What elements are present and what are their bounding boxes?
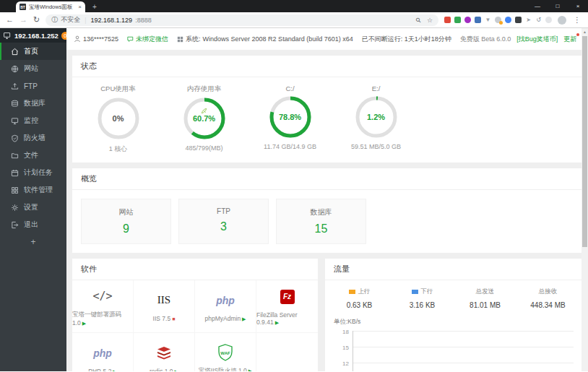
page-scrollbar[interactable]: ▲ xyxy=(581,28,588,371)
overview-box-databases[interactable]: 数据库 15 xyxy=(276,199,366,244)
scrollbar-up-icon[interactable]: ▲ xyxy=(581,28,588,35)
svg-text:WAF: WAF xyxy=(220,350,230,355)
ext-dark-icon[interactable] xyxy=(515,17,522,23)
status-panel-title: 状态 xyxy=(72,56,582,77)
sidebar-item-home[interactable]: 首页 xyxy=(0,43,66,60)
zoom-icon[interactable]: ⚲ xyxy=(415,16,423,25)
bookmark-star-icon[interactable]: ☆ xyxy=(427,17,433,24)
sidebar-item-monitor[interactable]: 监控 xyxy=(0,112,66,129)
software-status-icon: ▶ xyxy=(275,320,279,325)
window-minimize-button[interactable]: — xyxy=(527,3,548,9)
software-panel: 软件 </> 宝塔一键部署源码 1.0▶ IIS IIS 7.5■ php ph xyxy=(72,259,318,371)
sidebar-item-firewall[interactable]: 防火墙 xyxy=(0,129,66,147)
sidebar-item-label: 计划任务 xyxy=(24,168,53,178)
sidebar-item-label: FTP xyxy=(24,82,38,90)
version-text: 免费版 Beta 6.0.0 xyxy=(460,35,511,44)
ext-purple-icon[interactable] xyxy=(464,17,471,23)
software-item-phpmyadmin[interactable]: php phpMyAdmin▶ xyxy=(195,280,256,333)
bug-reward-link[interactable]: [找Bug奖塔币] xyxy=(516,35,558,44)
account-phone[interactable]: 136****7525 xyxy=(74,35,118,43)
firewall-icon xyxy=(11,134,19,142)
sidebar-item-logout[interactable]: 退出 xyxy=(0,216,66,233)
cron-icon xyxy=(11,169,19,177)
wechat-icon xyxy=(127,36,134,43)
sidebar-item-files[interactable]: 文件 xyxy=(0,147,66,164)
overview-box-sites[interactable]: 网站 9 xyxy=(81,199,171,244)
redis-icon xyxy=(156,344,172,363)
server-monitor-icon xyxy=(4,33,12,39)
database-icon xyxy=(11,100,19,108)
overview-panel: 概览 网站 9 FTP 3 数据库 15 xyxy=(72,168,582,253)
uptime-text: 已不间断运行: 1天1小时18分钟 xyxy=(362,35,451,44)
ext-badge-icon[interactable] xyxy=(495,17,501,23)
share-icon[interactable]: ➤ xyxy=(525,17,532,23)
traffic-panel: 流量 上行 0.63 KB 下行 3.16 KB 总发送 81.01 MB xyxy=(325,259,582,371)
gauge-disk-c: C:/ 78.8% 11.74 GB/14.9 GB xyxy=(247,85,333,154)
software-item-deploy[interactable]: </> 宝塔一键部署源码 1.0▶ xyxy=(72,280,134,333)
software-item-waf[interactable]: WAF 宝塔IIS防火墙 1.0▶ xyxy=(195,333,256,371)
traffic-stat-total-sent: 总发送 81.01 MB xyxy=(454,287,516,309)
ext-green-icon[interactable] xyxy=(454,17,461,23)
sidebar-item-label: 文件 xyxy=(24,150,38,160)
software-item-php[interactable]: php PHP-5.2▶ xyxy=(72,333,134,371)
sidebar-item-database[interactable]: 数据库 xyxy=(0,95,66,112)
tab-title: 宝塔Windows面板 xyxy=(29,4,75,11)
forward-icon[interactable]: → xyxy=(20,16,27,24)
overview-box-ftp[interactable]: FTP 3 xyxy=(178,199,269,244)
iis-icon: IIS xyxy=(157,291,170,310)
code-icon: </> xyxy=(92,287,112,306)
software-item-redis[interactable]: redis 1.0▶ xyxy=(134,333,195,371)
website-icon xyxy=(11,65,19,73)
ext-blue-icon[interactable] xyxy=(475,17,481,23)
software-status-icon: ▶ xyxy=(175,369,178,372)
sidebar-add-button[interactable]: + xyxy=(0,233,66,251)
update-button[interactable]: 更新 xyxy=(563,35,576,44)
bind-wechat-link[interactable]: 未绑定微信 xyxy=(127,35,168,44)
sidebar-item-label: 数据库 xyxy=(24,98,46,108)
ext-blue-circle-icon[interactable] xyxy=(505,17,511,23)
info-icon[interactable]: ⓘ xyxy=(51,15,58,25)
window-close-button[interactable]: × xyxy=(568,3,588,9)
refresh-icon[interactable]: ↻ xyxy=(33,16,40,24)
sidebar-item-website[interactable]: 网站 xyxy=(0,60,66,77)
browser-tab-strip: BT 宝塔Windows面板 × + — □ × xyxy=(0,0,588,12)
up-legend-swatch xyxy=(349,290,355,294)
files-icon xyxy=(11,152,19,160)
omnibox-divider: | xyxy=(85,17,86,24)
history-icon[interactable]: ↺ xyxy=(535,17,542,23)
browser-menu-icon[interactable]: ⋮ xyxy=(572,16,582,24)
extensions-row: ▼➤↺ xyxy=(444,17,552,23)
url-input[interactable]: ⓘ 不安全 | 192.168.1.129 :8888 ⚲ ☆ xyxy=(46,14,438,26)
window-maximize-button[interactable]: □ xyxy=(548,3,568,9)
sidebar-item-label: 监控 xyxy=(24,116,38,126)
avatar[interactable] xyxy=(558,16,566,25)
settings-icon xyxy=(11,204,19,212)
sidebar-item-software[interactable]: 软件管理 xyxy=(0,181,66,199)
new-tab-button[interactable]: + xyxy=(92,3,97,11)
panel-topbar: 136****7525 未绑定微信 系统: Windows Server 200… xyxy=(66,28,588,50)
gauge-disk-e: E:/ 1.2% 59.51 MB/5.0 GB xyxy=(333,85,419,154)
traffic-area-series xyxy=(354,331,574,371)
scrollbar-thumb[interactable] xyxy=(582,36,587,247)
browser-tab[interactable]: BT 宝塔Windows面板 × xyxy=(16,1,85,12)
url-host: 192.168.1.129 xyxy=(91,17,133,24)
status-panel: 状态 CPU使用率 0% 1 核心 内存使用率 xyxy=(72,56,582,163)
page-content: 状态 CPU使用率 0% 1 核心 内存使用率 xyxy=(66,50,588,371)
down-legend-swatch xyxy=(412,290,418,294)
ext-light-icon[interactable] xyxy=(545,17,552,23)
software-item-filezilla[interactable]: Fz FileZilla Server 0.9.41▶ xyxy=(256,280,318,333)
sidebar-item-cron[interactable]: 计划任务 xyxy=(0,164,66,181)
windows-icon xyxy=(177,36,183,43)
software-item-iis[interactable]: IIS IIS 7.5■ xyxy=(134,280,195,333)
traffic-stat-down: 下行 3.16 KB xyxy=(391,287,454,309)
sidebar-item-ftp[interactable]: FTP xyxy=(0,77,66,95)
gauge-cpu: CPU使用率 0% 1 核心 xyxy=(75,85,161,154)
filter-icon[interactable]: ▼ xyxy=(485,17,491,23)
software-status-icon: ■ xyxy=(172,316,175,321)
back-icon[interactable]: ← xyxy=(6,16,14,24)
sidebar-item-settings[interactable]: 设置 xyxy=(0,199,66,216)
monitor-icon xyxy=(11,117,19,125)
tab-close-icon[interactable]: × xyxy=(78,4,82,10)
logout-icon xyxy=(11,221,19,229)
adblock-icon[interactable] xyxy=(444,17,451,23)
